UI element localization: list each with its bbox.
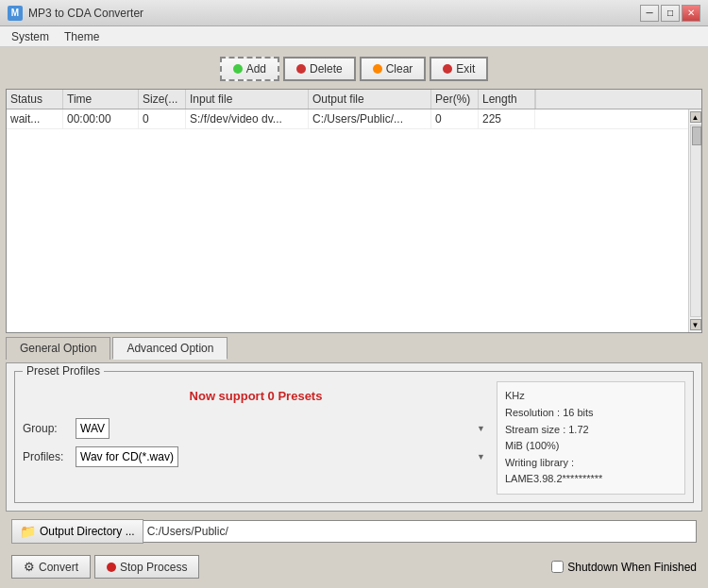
cell-input: S:/f/dev/video dv...	[186, 109, 309, 128]
convert-label: Convert	[39, 561, 78, 574]
tabs-container: General Option Advanced Option	[6, 337, 702, 360]
group-select[interactable]: WAV	[76, 418, 110, 439]
close-button[interactable]: ✕	[682, 5, 700, 22]
profiles-label: Profiles:	[23, 450, 70, 463]
scroll-up[interactable]: ▲	[690, 111, 701, 123]
scroll-track[interactable]	[690, 125, 701, 317]
preset-now-text: Now support 0 Presets	[23, 381, 489, 411]
col-input: Input file	[186, 90, 309, 109]
clear-button[interactable]: Clear	[360, 57, 427, 81]
profiles-select-wrapper: Wav for CD(*.wav)	[76, 446, 489, 467]
add-icon	[233, 64, 243, 74]
preset-content: Now support 0 Presets Group: WAV Profile…	[23, 381, 685, 495]
scrollbar[interactable]: ▲ ▼	[688, 109, 701, 332]
cell-length: 225	[479, 109, 535, 128]
info-line-5: Writing library :	[505, 455, 677, 472]
cell-per: 0	[431, 109, 479, 128]
preset-info: KHz Resolution : 16 bits Stream size : 1…	[497, 381, 685, 495]
col-per: Per(%)	[431, 90, 479, 109]
delete-button[interactable]: Delete	[283, 57, 356, 81]
app-title: MP3 to CDA Converter	[28, 7, 143, 20]
col-output: Output file	[309, 90, 431, 109]
output-path-input[interactable]	[143, 520, 697, 543]
file-list-wrapper: Status Time Size(... Input file Output f…	[6, 89, 702, 333]
group-box-title: Preset Profiles	[23, 364, 104, 378]
menu-theme[interactable]: Theme	[57, 28, 107, 45]
output-directory-bar: 📁 Output Directory ...	[6, 515, 702, 547]
shutdown-area: Shutdown When Finished	[551, 561, 697, 574]
window-controls: ─ □ ✕	[640, 5, 700, 22]
group-label: Group:	[23, 422, 70, 435]
folder-icon: 📁	[20, 524, 36, 539]
cell-output: C:/Users/Public/...	[309, 109, 431, 128]
shutdown-checkbox-item: Shutdown When Finished	[551, 561, 697, 574]
cell-time: 00:00:00	[63, 109, 139, 128]
col-time: Time	[63, 90, 139, 109]
convert-button[interactable]: ⚙ Convert	[11, 555, 91, 579]
stop-icon	[107, 563, 116, 572]
menu-bar: System Theme	[0, 26, 708, 47]
info-line-2: Resolution : 16 bits	[505, 405, 677, 422]
exit-icon	[443, 64, 452, 74]
shutdown-label: Shutdown When Finished	[567, 561, 697, 574]
col-size: Size(...	[139, 90, 186, 109]
action-buttons-left: ⚙ Convert Stop Process	[11, 555, 199, 579]
profiles-row: Profiles: Wav for CD(*.wav)	[23, 446, 489, 467]
scroll-thumb[interactable]	[692, 126, 701, 145]
clear-icon	[373, 64, 382, 74]
col-length: Length	[479, 90, 535, 109]
menu-system[interactable]: System	[4, 28, 57, 45]
table-row: wait... 00:00:00 0 S:/f/dev/video dv... …	[7, 109, 688, 129]
maximize-button[interactable]: □	[661, 5, 680, 22]
file-list-body[interactable]: wait... 00:00:00 0 S:/f/dev/video dv... …	[7, 109, 701, 332]
delete-icon	[296, 64, 306, 74]
output-dir-label: Output Directory ...	[40, 525, 135, 538]
stop-label: Stop Process	[120, 561, 187, 574]
info-line-1: KHz	[505, 388, 677, 405]
profiles-select[interactable]: Wav for CD(*.wav)	[76, 446, 178, 467]
app-icon: M	[8, 6, 23, 21]
output-directory-button[interactable]: 📁 Output Directory ...	[11, 519, 143, 544]
info-line-4: MiB (100%)	[505, 438, 677, 455]
add-button[interactable]: Add	[220, 57, 279, 81]
info-line-3: Stream size : 1.72	[505, 422, 677, 439]
cell-size: 0	[139, 109, 186, 128]
info-line-6: LAME3.98.2**********	[505, 471, 677, 488]
file-list-inner: Status Time Size(... Input file Output f…	[7, 90, 701, 332]
tab-general-option[interactable]: General Option	[6, 337, 110, 360]
convert-icon: ⚙	[24, 560, 35, 574]
cell-status: wait...	[7, 109, 63, 128]
shutdown-checkbox[interactable]	[551, 561, 564, 573]
group-select-wrapper: WAV	[76, 418, 489, 439]
group-row: Group: WAV	[23, 418, 489, 439]
preset-profiles-group: Preset Profiles Now support 0 Presets Gr…	[14, 371, 694, 503]
title-bar: M MP3 to CDA Converter ─ □ ✕	[0, 0, 708, 26]
tab-advanced-option[interactable]: Advanced Option	[112, 337, 228, 360]
file-list-header: Status Time Size(... Input file Output f…	[7, 90, 701, 109]
main-window: Add Delete Clear Exit Status Time Size(.…	[0, 47, 708, 588]
exit-button[interactable]: Exit	[430, 57, 488, 81]
preset-left: Now support 0 Presets Group: WAV Profile…	[23, 381, 489, 495]
minimize-button[interactable]: ─	[640, 5, 659, 22]
main-toolbar: Add Delete Clear Exit	[6, 53, 702, 85]
stop-button[interactable]: Stop Process	[94, 555, 199, 579]
options-panel: Preset Profiles Now support 0 Presets Gr…	[6, 362, 702, 512]
action-toolbar: ⚙ Convert Stop Process Shutdown When Fin…	[6, 551, 702, 582]
col-status: Status	[7, 90, 63, 109]
scroll-down[interactable]: ▼	[690, 319, 701, 330]
